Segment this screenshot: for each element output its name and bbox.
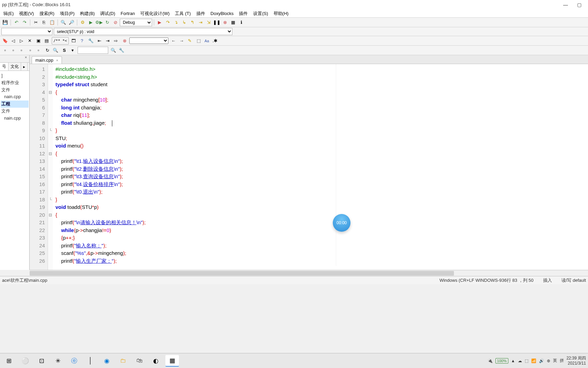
ime-lang[interactable]: 英 bbox=[553, 358, 557, 364]
menu-build[interactable]: 构建(B) bbox=[78, 10, 97, 17]
code-area[interactable]: 1234567891011121314151617181920212223242… bbox=[30, 64, 588, 270]
power-icon[interactable]: 🔌 bbox=[488, 358, 493, 363]
battery-status[interactable]: 100% bbox=[495, 358, 508, 364]
stop-icon[interactable]: ⊗ bbox=[221, 19, 229, 26]
sidebar-tab-files[interactable]: 文化 bbox=[9, 63, 21, 71]
menu-debug[interactable]: 调试(D) bbox=[98, 10, 117, 17]
clock[interactable]: 22:39 周四 2021/3/11 bbox=[567, 356, 586, 366]
store-icon[interactable]: 🛍 bbox=[133, 355, 146, 367]
ime-mode[interactable]: 拼 bbox=[560, 358, 564, 364]
tree-item[interactable]: ] bbox=[1, 72, 29, 79]
debug-run-icon[interactable]: ▶ bbox=[156, 19, 163, 26]
sidebar-tab-symbols[interactable]: 号 bbox=[0, 63, 9, 71]
tree-item[interactable]: 文件 bbox=[1, 87, 29, 94]
tool-s-icon[interactable]: S bbox=[61, 47, 68, 54]
close-tab-icon[interactable]: × bbox=[56, 58, 58, 62]
find-icon[interactable]: 🔍 bbox=[60, 19, 67, 26]
step-instr-icon[interactable]: ⇲ bbox=[205, 19, 212, 26]
menu-search[interactable]: 搜索(R) bbox=[37, 10, 56, 17]
cut-icon[interactable]: ✂ bbox=[32, 19, 39, 26]
select-text-icon[interactable]: ⬚ bbox=[195, 37, 202, 45]
sidebar-tab-more[interactable]: ▸ bbox=[21, 63, 28, 71]
menu-help[interactable]: 帮助(H) bbox=[272, 10, 291, 17]
build-target-select[interactable]: Debug bbox=[120, 19, 152, 26]
menu-project[interactable]: 项目(P) bbox=[58, 10, 77, 17]
run-to-cursor-icon[interactable]: ↷ bbox=[164, 19, 172, 26]
menu-fortran[interactable]: Fortran bbox=[118, 10, 137, 17]
tool-c-icon[interactable]: ▫ bbox=[18, 47, 25, 54]
minimize-button[interactable]: — bbox=[559, 2, 572, 7]
build-run-icon[interactable]: ⚙▶ bbox=[95, 19, 103, 26]
bookmark-prev-icon[interactable]: ◁ bbox=[10, 37, 17, 45]
code-content[interactable]: #include<stdio.h>#include<string.h>typed… bbox=[53, 64, 588, 270]
doxy-block-icon[interactable]: ▣ bbox=[35, 37, 42, 45]
tray-onedrive-icon[interactable]: ☁ bbox=[518, 358, 522, 363]
comment-block-button[interactable]: /** *< bbox=[52, 37, 69, 45]
next-instr-icon[interactable]: ⇥ bbox=[197, 19, 204, 26]
run-icon[interactable]: ▶ bbox=[87, 19, 95, 26]
build-gear-icon[interactable]: ⚙ bbox=[79, 19, 86, 26]
file-tab-main[interactable]: main.cpp × bbox=[32, 56, 62, 64]
ie-icon[interactable]: ⓔ bbox=[67, 355, 81, 367]
tool-d-icon[interactable]: ▫ bbox=[27, 47, 34, 54]
tree-item[interactable]: nain.cpp bbox=[1, 115, 29, 122]
menu-doxyblocks[interactable]: DoxyBlocks bbox=[209, 10, 236, 17]
copy-icon[interactable]: ⎘ bbox=[40, 19, 48, 26]
tree-item[interactable]: 程序作业 bbox=[1, 79, 29, 87]
pause-icon[interactable]: ❚❚ bbox=[213, 19, 220, 26]
highlight-icon[interactable]: ✎ bbox=[186, 37, 194, 45]
info-icon[interactable]: ℹ bbox=[238, 19, 245, 26]
replace-icon[interactable]: 🔎 bbox=[68, 19, 75, 26]
bookmark-clear-icon[interactable]: ✕ bbox=[26, 37, 33, 45]
horizontal-scrollbar[interactable] bbox=[30, 270, 588, 276]
tray-wifi-icon[interactable]: 📶 bbox=[531, 358, 536, 363]
scrollbar-thumb[interactable] bbox=[30, 271, 454, 276]
menu-plugins2[interactable]: 插件 bbox=[237, 10, 250, 17]
close-sidebar-icon[interactable]: × bbox=[23, 55, 29, 59]
arrow-right-icon[interactable]: → bbox=[178, 37, 185, 45]
doxy-line-icon[interactable]: ▤ bbox=[43, 37, 50, 45]
arrow-left-icon[interactable]: ← bbox=[170, 37, 177, 45]
tray-unknown-icon[interactable]: ⬚ bbox=[525, 358, 528, 363]
nav-last-icon[interactable]: ⇨ bbox=[112, 37, 120, 45]
menu-wxsmith[interactable]: 可视化设计(W) bbox=[138, 10, 172, 17]
tool-b-icon[interactable]: ▫ bbox=[10, 47, 17, 54]
edge-icon[interactable]: ◉ bbox=[100, 355, 114, 367]
step-into-icon[interactable]: ↳ bbox=[180, 19, 188, 26]
wrench-icon[interactable]: 🔧 bbox=[87, 37, 95, 45]
tree-item[interactable]: 文件 bbox=[1, 108, 29, 115]
jump-select[interactable] bbox=[129, 37, 168, 44]
tray-sync-icon[interactable]: ⊕ bbox=[547, 358, 550, 363]
menu-plugins[interactable]: 插件 bbox=[194, 10, 207, 17]
explorer-icon[interactable]: 🗀 bbox=[116, 355, 130, 367]
redo-icon[interactable]: ↷ bbox=[21, 19, 28, 26]
start-button[interactable]: ⊞ bbox=[2, 355, 16, 367]
menu-view[interactable]: 视图(V) bbox=[17, 10, 36, 17]
help-icon[interactable]: ? bbox=[78, 37, 86, 45]
tray-volume-icon[interactable]: 🔊 bbox=[539, 358, 544, 363]
tool-menu-icon[interactable]: ▾ bbox=[69, 47, 76, 54]
regex-icon[interactable]: .✱ bbox=[211, 37, 219, 45]
next-line-icon[interactable]: ↴ bbox=[172, 19, 180, 26]
menu-tools[interactable]: 工具 (T) bbox=[173, 10, 193, 17]
menu-settings[interactable]: 设置(S) bbox=[251, 10, 270, 17]
search-input[interactable] bbox=[78, 47, 108, 54]
maximize-button[interactable]: ▢ bbox=[572, 2, 586, 7]
mini-search-icon[interactable]: 🔍 bbox=[110, 47, 117, 54]
undo-icon[interactable]: ↶ bbox=[13, 19, 20, 26]
tool-refresh-icon[interactable]: ↻ bbox=[44, 47, 51, 54]
tool-search-icon[interactable]: 🔍 bbox=[52, 47, 59, 54]
abort-icon[interactable]: ⊘ bbox=[112, 19, 119, 26]
tray-up-icon[interactable]: ▲ bbox=[511, 358, 515, 363]
search-button[interactable]: ⚪ bbox=[18, 355, 32, 367]
codeblocks-icon[interactable]: ▦ bbox=[165, 355, 179, 367]
mini-wrench-icon[interactable]: 🔧 bbox=[118, 47, 125, 54]
tree-item-selected[interactable]: 工程 bbox=[1, 101, 29, 108]
nav-back-icon[interactable]: ⇤ bbox=[96, 37, 103, 45]
recorder-overlay[interactable]: 00:00 bbox=[333, 214, 350, 232]
clear-icon[interactable]: ⊗ bbox=[121, 37, 129, 45]
chrome-icon[interactable]: ◐ bbox=[149, 355, 163, 367]
rebuild-icon[interactable]: ↻ bbox=[103, 19, 111, 26]
fold-column[interactable]: ⊟ └ ⊟ └ ⊟ bbox=[48, 64, 53, 270]
tool-e-icon[interactable]: ▫ bbox=[35, 47, 42, 54]
